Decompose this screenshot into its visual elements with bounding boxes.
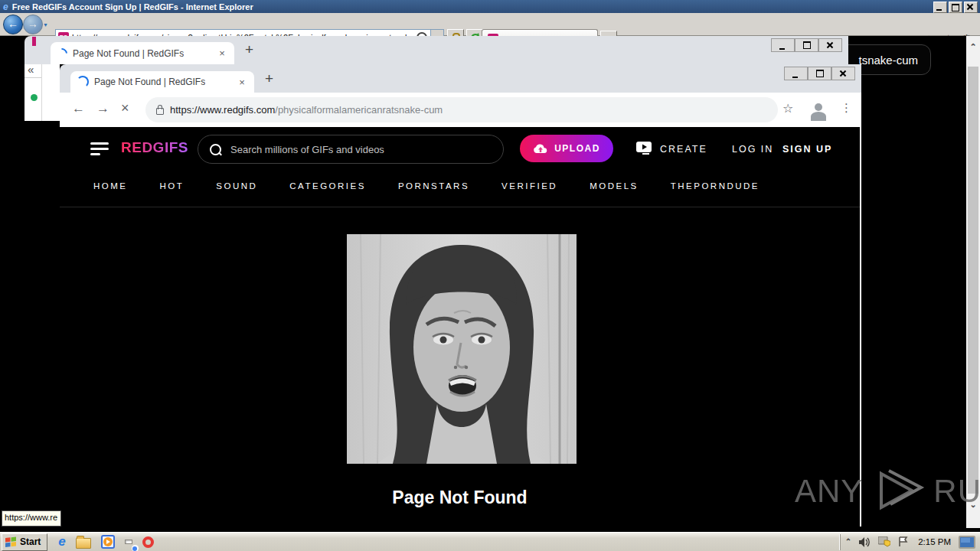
omnibox[interactable]: https://www.redgifs.com /physicalformala… bbox=[145, 97, 778, 122]
status-link-text: https://www.re bbox=[5, 513, 57, 522]
back-new-tab-button[interactable]: + bbox=[245, 41, 253, 58]
taskbar: Start e ⌃ 2:15 PM bbox=[0, 532, 980, 551]
nav-theporndude[interactable]: THEPORNDUDE bbox=[671, 181, 760, 191]
omnibox-url-path: /physicalformalamericanratsnake-cum bbox=[275, 104, 443, 116]
sidebar-vertical-divider bbox=[41, 64, 42, 121]
status-link-tooltip: https://www.re bbox=[2, 510, 61, 527]
redgifs-page: REDGIFS UPLOAD CREATE bbox=[60, 127, 861, 527]
browser-forward-button[interactable]: → bbox=[96, 101, 109, 116]
hamburger-menu-icon[interactable] bbox=[90, 142, 109, 155]
search-icon bbox=[210, 144, 221, 155]
taskbar-media-player-icon[interactable] bbox=[101, 535, 115, 549]
front-maximize-button[interactable] bbox=[808, 67, 831, 80]
front-new-tab-button[interactable]: + bbox=[265, 70, 273, 87]
front-window-controls bbox=[784, 67, 855, 80]
header-divider bbox=[60, 207, 860, 207]
front-minimize-button[interactable] bbox=[784, 67, 808, 80]
action-center-flag-icon[interactable] bbox=[898, 536, 910, 547]
page-scrollbar[interactable]: ⌃ ⌄ bbox=[966, 36, 980, 528]
redgifs-logo[interactable]: REDGIFS bbox=[121, 139, 188, 156]
back-window-tab[interactable]: Page Not Found | RedGIFs × bbox=[51, 42, 234, 64]
front-close-button[interactable] bbox=[831, 67, 855, 80]
create-video-icon bbox=[636, 142, 653, 155]
suggestion-text: tsnake-cum bbox=[858, 54, 918, 67]
front-window-tabstrip: Page Not Found | RedGIFs × + bbox=[60, 64, 861, 93]
taskbar-folder-icon[interactable] bbox=[76, 538, 91, 549]
loading-spinner-icon bbox=[77, 76, 89, 88]
browser-stop-button[interactable]: × bbox=[121, 100, 129, 116]
ie-forward-button[interactable]: → bbox=[23, 15, 43, 34]
system-tray: ⌃ 2:15 PM bbox=[840, 534, 980, 550]
cloud-upload-icon bbox=[533, 143, 548, 155]
front-browser-window: Page Not Found | RedGIFs × + ← → × https… bbox=[60, 64, 861, 527]
omnibox-url-origin: https://www.redgifs.com bbox=[170, 104, 275, 116]
front-window-tab-title: Page Not Found | RedGIFs bbox=[94, 77, 205, 87]
sidebar-divider bbox=[24, 77, 41, 78]
start-button[interactable]: Start bbox=[2, 533, 47, 551]
back-window-controls bbox=[771, 38, 842, 52]
tray-display-icon[interactable] bbox=[959, 536, 975, 549]
ie-back-button[interactable]: ← bbox=[3, 15, 23, 34]
lock-icon bbox=[156, 108, 164, 115]
anyrun-logo-icon bbox=[871, 469, 926, 514]
nav-verified[interactable]: VERIFIED bbox=[501, 181, 557, 191]
nav-home[interactable]: HOME bbox=[93, 181, 128, 191]
back-window-sidebar-sliver: « bbox=[24, 64, 60, 121]
back-maximize-button[interactable] bbox=[795, 38, 818, 52]
ie-close-button[interactable] bbox=[964, 2, 978, 13]
start-label: Start bbox=[20, 536, 41, 547]
ie-content-area: tsnake-cum ⌃ ⌄ Page Not Found | RedGIFs … bbox=[0, 36, 980, 532]
watermark-any: ANY bbox=[795, 473, 863, 510]
ie-icon: e bbox=[3, 2, 8, 12]
security-update-icon[interactable] bbox=[878, 536, 890, 547]
scrollbar-up-icon[interactable]: ⌃ bbox=[966, 42, 980, 52]
taskbar-ie-icon[interactable]: e bbox=[58, 534, 65, 549]
nav-pornstars[interactable]: PORNSTARS bbox=[398, 181, 469, 191]
browser-menu-icon[interactable]: ⋮ bbox=[841, 101, 852, 115]
nav-sound[interactable]: SOUND bbox=[216, 181, 257, 191]
upload-button[interactable]: UPLOAD bbox=[520, 135, 613, 162]
login-link[interactable]: LOG IN bbox=[732, 144, 773, 155]
front-tab-close-icon[interactable]: × bbox=[236, 77, 248, 88]
back-close-button[interactable] bbox=[818, 38, 842, 52]
nav-models[interactable]: MODELS bbox=[590, 181, 639, 191]
back-tab-close-icon[interactable]: × bbox=[216, 47, 228, 59]
tray-expand-icon[interactable]: ⌃ bbox=[845, 539, 851, 545]
front-window-tab[interactable]: Page Not Found | RedGIFs × bbox=[70, 71, 254, 93]
page-not-found-heading: Page Not Found bbox=[60, 487, 860, 508]
create-link[interactable]: CREATE bbox=[660, 144, 707, 155]
taskbar-opera-icon[interactable] bbox=[142, 536, 154, 548]
search-bar[interactable] bbox=[198, 135, 504, 164]
bookmark-star-icon[interactable]: ☆ bbox=[782, 101, 793, 116]
screen: e Free RedGIFs Account Sign Up | RedGIFs… bbox=[0, 0, 980, 551]
ie-titlebar: e Free RedGIFs Account Sign Up | RedGIFs… bbox=[0, 0, 980, 13]
windows-flag-icon bbox=[5, 536, 17, 547]
sidebar-collapse-icon[interactable]: « bbox=[28, 63, 34, 76]
ie-window-title: Free RedGIFs Account Sign Up | RedGIFs -… bbox=[12, 2, 253, 11]
back-window-tabstrip: Page Not Found | RedGIFs × + bbox=[24, 36, 848, 64]
front-window-toolbar: ← → × https://www.redgifs.com /physicalf… bbox=[60, 93, 861, 127]
redgifs-nav: HOME HOT SOUND CATEGORIES PORNSTARS VERI… bbox=[93, 181, 760, 191]
ie-maximize-button[interactable] bbox=[949, 2, 962, 13]
back-window-favicon-remnant bbox=[32, 37, 36, 46]
browser-back-button[interactable]: ← bbox=[72, 101, 85, 116]
nav-categories[interactable]: CATEGORIES bbox=[289, 181, 366, 191]
taskbar-chrome-icon[interactable] bbox=[125, 540, 132, 544]
back-window-tab-title: Page Not Found | RedGIFs bbox=[73, 48, 184, 59]
online-status-dot bbox=[31, 94, 38, 101]
upload-label: UPLOAD bbox=[554, 143, 600, 154]
back-minimize-button[interactable] bbox=[771, 38, 795, 52]
loading-spinner-icon bbox=[54, 46, 70, 61]
ie-minimize-button[interactable] bbox=[933, 2, 947, 13]
volume-icon[interactable] bbox=[859, 537, 871, 547]
signup-link[interactable]: SIGN UP bbox=[782, 144, 832, 155]
taskbar-clock[interactable]: 2:15 PM bbox=[918, 537, 951, 546]
nav-hot[interactable]: HOT bbox=[160, 181, 185, 191]
search-input[interactable] bbox=[229, 143, 491, 156]
ie-history-dropdown[interactable]: ▼ bbox=[43, 22, 48, 28]
not-found-image bbox=[347, 234, 577, 464]
watermark-run: RUN bbox=[933, 473, 980, 510]
scrollbar-thumb[interactable] bbox=[968, 67, 978, 494]
ie-navbar: ← → ▼ RG https://www.redgifs.com/signup?… bbox=[0, 13, 980, 36]
anyrun-watermark: ANY RUN bbox=[795, 469, 980, 514]
